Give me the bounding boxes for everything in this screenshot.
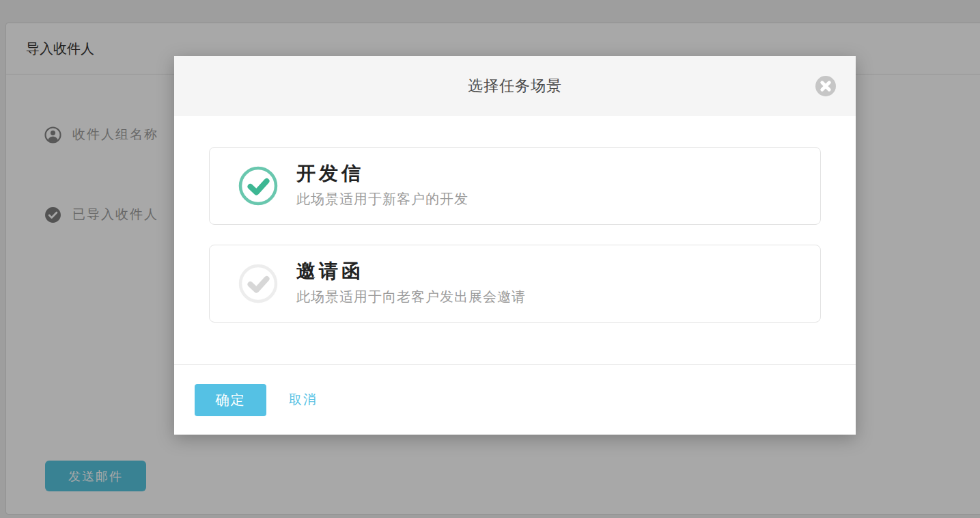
cancel-button[interactable]: 取消 (289, 391, 318, 409)
option-invitation-letter[interactable]: 邀请函 此场景适用于向老客户发出展会邀请 (209, 245, 821, 323)
dialog-title: 选择任务场景 (468, 76, 562, 96)
dialog-footer: 确定 取消 (174, 364, 856, 435)
option-title: 开发信 (296, 163, 468, 185)
option-description: 此场景适用于向老客户发出展会邀请 (296, 288, 526, 306)
option-title: 邀请函 (296, 261, 526, 282)
confirm-button[interactable]: 确定 (195, 384, 266, 416)
selected-check-icon (238, 166, 278, 206)
option-text: 开发信 此场景适用于新客户的开发 (296, 163, 468, 209)
close-icon[interactable] (815, 75, 837, 97)
dialog-header: 选择任务场景 (174, 56, 856, 116)
select-task-scenario-dialog: 选择任务场景 开发信 此场景适用于新客户的开发 邀请函 此场景适用于向 (174, 56, 856, 435)
dialog-body: 开发信 此场景适用于新客户的开发 邀请函 此场景适用于向老客户发出展会邀请 (174, 116, 856, 323)
unselected-check-icon (238, 264, 278, 303)
option-description: 此场景适用于新客户的开发 (296, 190, 468, 208)
option-text: 邀请函 此场景适用于向老客户发出展会邀请 (296, 261, 526, 307)
option-development-letter[interactable]: 开发信 此场景适用于新客户的开发 (209, 147, 821, 225)
